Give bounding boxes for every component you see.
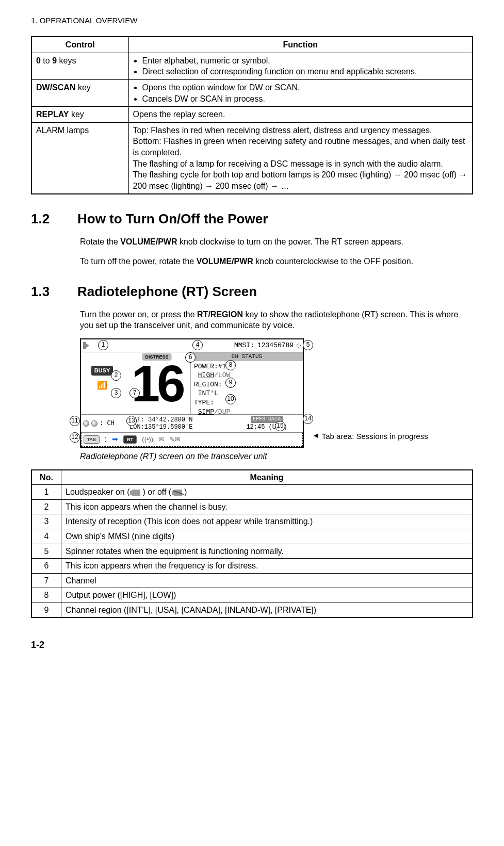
speaker-icon [83,342,90,349]
th-control: Control [31,37,128,53]
callout-1: 1 [98,340,108,350]
callout-2: 2 [111,370,121,381]
section-1-2-p2: To turn off the power, rotate the VOLUME… [31,256,473,267]
table-row: 4Own ship's MMSI (nine digits) [31,529,473,544]
control-cell: 0 to 9 keys [31,53,128,79]
tab-badge: TAB [84,435,100,444]
function-cell: Opens the option window for DW or SCAN.C… [128,80,473,107]
lat-value: LAT: 34°42.2800'N [129,416,231,424]
antenna-tab-icon: ((•)) [142,435,153,444]
mmsi-label: MMSI: [234,341,254,350]
meaning-cell: Own ship's MMSI (nine digits) [61,529,473,544]
rt-channel-area: DISTRESS 16 [123,352,190,414]
type-label: TYPE: [194,398,300,408]
power-value: HIGH/LOW [194,371,300,380]
section-1-2-p1: Rotate the VOLUME/PWR knob clockwise to … [31,236,473,248]
chapter-header: 1. OPERATIONAL OVERVIEW [31,15,473,26]
channel-number: 16 [131,360,182,406]
controls-table: Control Function 0 to 9 keysEnter alphab… [31,36,473,194]
rt-coords-row: : CH LAT: 34°42.2800'N LON:135°19.5900'E… [81,414,303,432]
callout-11: 11 [70,416,80,426]
meaning-cell: Loudspeaker on ( ) or off ( ) [61,485,473,500]
no-cell: 3 [31,514,61,529]
knob-icon [83,420,89,427]
callout-3: 3 [111,388,121,398]
meaning-cell: This icon appears when the frequency is … [61,559,473,574]
rt-screen-figure: MMSI:123456789 ◌ BUSY 📶 DISTRESS 16 CH S… [31,338,473,448]
section-title: How to Turn On/Off the Power [77,211,268,226]
section-1-3-p1: Turn the power on, or press the RT/REGIO… [31,309,473,331]
figure-caption: Radiotelephone (RT) screen on the transc… [31,451,473,462]
arrow-left-icon: ◄ [312,430,320,441]
callout-13: 13 [126,416,137,426]
function-cell: Enter alphabet, numeric or symbol.Direct… [128,53,473,79]
region-label: REGION: [194,380,300,389]
no-cell: 5 [31,544,61,559]
callout-9: 9 [225,378,236,388]
mail-icon: ✉ [158,435,164,444]
callout-5: 5 [303,340,313,350]
table-row: 3Intensity of reception (This icon does … [31,514,473,529]
lon-value: LON:135°19.5900'E [129,424,231,431]
callout-4: 4 [192,340,203,350]
meaning-cell: Channel region ([INT'L], [USA], [CANADA]… [61,603,473,617]
table-row: 5Spinner rotates when the equipment is f… [31,544,473,559]
region-value: INT'L [194,389,300,398]
function-cell: Opens the replay screen. [128,107,473,123]
function-bullet: Enter alphabet, numeric or symbol. [142,55,468,67]
callout-6: 6 [185,352,196,363]
meaning-cell: Intensity of reception (This icon does n… [61,514,473,529]
spinner-icon: ◌ [297,341,301,350]
function-bullet: Cancels DW or SCAN in process. [142,93,468,105]
section-1-3-heading: 1.3Radiotelephone (RT) Screen [31,283,473,301]
control-cell: REPLAY key [31,107,128,123]
th-function: Function [128,37,473,53]
table-row: 8Output power ([HIGH], [LOW]) [31,588,473,603]
time-value: 12:45 (UTC) [231,423,303,431]
no-cell: 9 [31,603,61,617]
meaning-cell: Channel [61,573,473,588]
rt-top-bar: MMSI:123456789 ◌ [81,339,303,352]
callout-15: 15 [275,421,285,431]
meaning-cell: This icon appears when the channel is bu… [61,499,473,514]
callout-12: 12 [70,432,80,443]
rt-tab: RT [123,435,137,444]
tab-colon: : [105,434,107,445]
callout-8: 8 [225,360,236,370]
meaning-cell: Spinner rotates when the equipment is fu… [61,544,473,559]
th-meaning: Meaning [61,470,473,485]
no-cell: 4 [31,529,61,544]
power-line: POWER:#16 [194,362,300,371]
function-bullet: Direct selection of corresponding functi… [142,66,468,77]
section-num: 1.3 [31,283,77,301]
meaning-table: No. Meaning 1Loudspeaker on ( ) or off (… [31,469,473,619]
callout-10: 10 [225,394,236,404]
no-cell: 2 [31,499,61,514]
page-number: 1-2 [31,639,473,651]
arrow-icon: ➡ [112,434,118,444]
knob-icon [91,420,97,427]
mail-edit-icon: ✎✉ [169,435,181,444]
ch-indicator: : CH [100,419,115,428]
control-cell: DW/SCAN key [31,80,128,107]
table-row: 6This icon appears when the frequency is… [31,559,473,574]
no-cell: 8 [31,588,61,603]
section-num: 1.2 [31,210,77,228]
mmsi-value: 123456789 [257,341,294,350]
control-cell: ALARM lamps [31,122,128,194]
th-no: No. [31,470,61,485]
table-row: 9Channel region ([INT'L], [USA], [CANADA… [31,603,473,617]
no-cell: 6 [31,559,61,574]
tab-annotation: ◄ Tab area: Sessions in progress [312,431,428,442]
no-cell: 1 [31,485,61,500]
function-bullet: Opens the option window for DW or SCAN. [142,82,468,93]
rt-left-col: BUSY 📶 [81,352,123,414]
antenna-icon: 📶 [97,380,107,391]
rt-right-col: CH STATUS POWER:#16 HIGH/LOW REGION: INT… [190,352,303,414]
callout-7: 7 [129,388,140,398]
meaning-cell: Output power ([HIGH], [LOW]) [61,588,473,603]
section-1-2-heading: 1.2How to Turn On/Off the Power [31,210,473,228]
no-cell: 7 [31,573,61,588]
distress-badge: DISTRESS [142,353,171,361]
table-row: 2This icon appears when the channel is b… [31,499,473,514]
